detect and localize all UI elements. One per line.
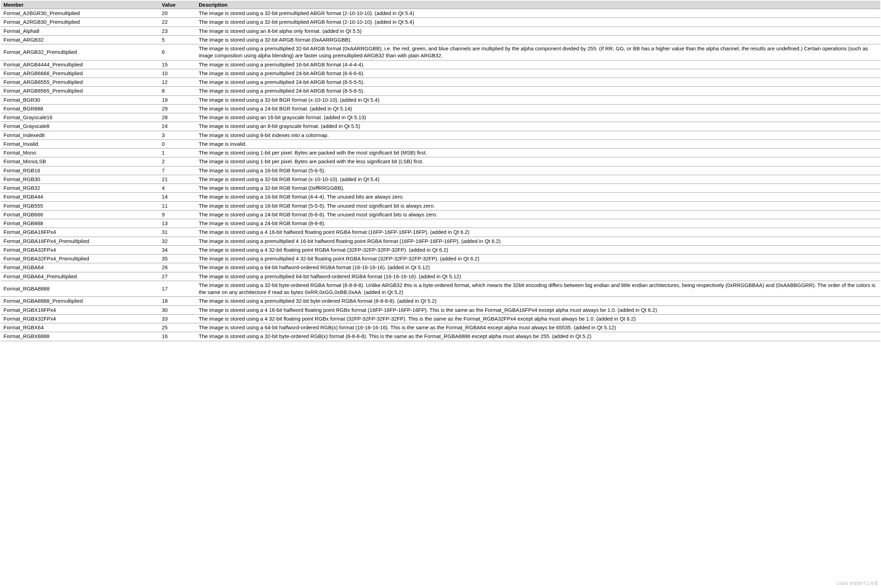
cell-value: 29 <box>159 104 196 113</box>
table-row: Format_ARGB325The image is stored using … <box>1 35 880 44</box>
cell-member: Format_RGBX64 <box>1 323 159 332</box>
cell-value: 10 <box>159 69 196 78</box>
cell-member: Format_RGBX32FPx4 <box>1 314 159 323</box>
table-row: Format_Mono1The image is stored using 1-… <box>1 148 880 158</box>
cell-member: Format_RGBA64_Premultiplied <box>1 272 159 281</box>
cell-value: 24 <box>159 122 196 131</box>
table-row: Format_RGBA888817The image is stored usi… <box>1 281 880 297</box>
cell-value: 18 <box>159 297 196 306</box>
cell-description: The image is stored using a 64-bit halfw… <box>196 263 880 272</box>
cell-value: 26 <box>159 263 196 272</box>
cell-value: 32 <box>159 237 196 245</box>
header-description: Description <box>196 1 880 9</box>
cell-description: The image is stored using an 8-bit grays… <box>196 122 880 131</box>
table-row: Format_BGR3019The image is stored using … <box>1 95 880 104</box>
cell-description: The image is stored using a 24-bit RGB f… <box>196 210 880 219</box>
cell-member: Format_RGB666 <box>1 210 159 219</box>
table-row: Format_RGBA6426The image is stored using… <box>1 263 880 272</box>
table-row: Format_RGBX6425The image is stored using… <box>1 323 880 332</box>
table-row: Format_Invalid0The image is invalid. <box>1 140 880 148</box>
cell-description: The image is stored using a 32-bit RGB f… <box>196 184 880 193</box>
cell-description: The image is stored using 8-bit indexes … <box>196 131 880 140</box>
table-row: Format_ARGB32_Premultiplied6The image is… <box>1 44 880 60</box>
table-row: Format_RGB44414The image is stored using… <box>1 193 880 201</box>
cell-description: The image is stored using a 4 32-bit flo… <box>196 245 880 254</box>
cell-description: The image is stored using a 4 16-bit hal… <box>196 306 880 314</box>
cell-member: Format_RGB30 <box>1 175 159 183</box>
header-member: Member <box>1 1 159 9</box>
cell-description: The image is stored using a 32-bit ARGB … <box>196 35 880 44</box>
cell-member: Format_Grayscale8 <box>1 122 159 131</box>
cell-member: Format_RGB32 <box>1 184 159 193</box>
cell-description: The image is stored using a 16-bit RGB f… <box>196 193 880 201</box>
cell-member: Format_ARGB6666_Premultiplied <box>1 69 159 78</box>
table-row: Format_ARGB8555_Premultiplied12The image… <box>1 78 880 87</box>
table-row: Format_Grayscale824The image is stored u… <box>1 122 880 131</box>
table-row: Format_RGB324The image is stored using a… <box>1 184 880 193</box>
cell-value: 25 <box>159 323 196 332</box>
cell-value: 23 <box>159 27 196 35</box>
cell-value: 22 <box>159 18 196 27</box>
cell-description: The image is stored using a premultiplie… <box>196 297 880 306</box>
cell-value: 11 <box>159 201 196 210</box>
cell-member: Format_RGB555 <box>1 201 159 210</box>
cell-description: The image is stored using a 32-bit RGB f… <box>196 175 880 183</box>
table-row: Format_RGBA16FPx431The image is stored u… <box>1 228 880 237</box>
cell-value: 21 <box>159 175 196 183</box>
cell-value: 8 <box>159 87 196 95</box>
cell-description: The image is stored using a 24-bit RGB f… <box>196 219 880 228</box>
table-row: Format_RGB55511The image is stored using… <box>1 201 880 210</box>
cell-description: The image is stored using a premultiplie… <box>196 44 880 60</box>
cell-value: 14 <box>159 193 196 201</box>
cell-member: Format_Mono <box>1 148 159 158</box>
cell-value: 13 <box>159 219 196 228</box>
cell-description: The image is stored using a premultiplie… <box>196 237 880 245</box>
cell-description: The image is stored using 1-bit per pixe… <box>196 158 880 166</box>
cell-value: 31 <box>159 228 196 237</box>
cell-description: The image is stored using a premultiplie… <box>196 87 880 95</box>
cell-member: Format_RGBA8888 <box>1 281 159 297</box>
cell-description: The image is stored using a 32-bit byte-… <box>196 332 880 341</box>
cell-value: 30 <box>159 306 196 314</box>
table-row: Format_A2RGB30_Premultiplied22The image … <box>1 18 880 27</box>
cell-member: Format_RGBX8888 <box>1 332 159 341</box>
cell-value: 6 <box>159 44 196 60</box>
table-header-row: Member Value Description <box>1 1 880 9</box>
cell-member: Format_RGB888 <box>1 219 159 228</box>
cell-description: The image is stored using a premultiplie… <box>196 255 880 263</box>
cell-description: The image is stored using a 32-bit premu… <box>196 9 880 18</box>
cell-value: 7 <box>159 166 196 175</box>
cell-description: The image is stored using a 32-bit byte-… <box>196 281 880 297</box>
cell-value: 9 <box>159 210 196 219</box>
cell-member: Format_BGR888 <box>1 104 159 113</box>
cell-member: Format_RGBA32FPx4_Premultiplied <box>1 255 159 263</box>
cell-member: Format_A2BGR30_Premultiplied <box>1 9 159 18</box>
cell-value: 4 <box>159 184 196 193</box>
cell-member: Format_BGR30 <box>1 95 159 104</box>
header-value: Value <box>159 1 196 9</box>
cell-description: The image is stored using a 16-bit RGB f… <box>196 201 880 210</box>
cell-member: Format_A2RGB30_Premultiplied <box>1 18 159 27</box>
table-row: Format_RGB6669The image is stored using … <box>1 210 880 219</box>
cell-member: Format_MonoLSB <box>1 158 159 166</box>
cell-value: 2 <box>159 158 196 166</box>
cell-member: Format_Grayscale16 <box>1 113 159 122</box>
cell-value: 16 <box>159 332 196 341</box>
cell-value: 33 <box>159 314 196 323</box>
cell-member: Format_ARGB4444_Premultiplied <box>1 60 159 69</box>
cell-member: Format_RGB16 <box>1 166 159 175</box>
table-row: Format_ARGB6666_Premultiplied10The image… <box>1 69 880 78</box>
table-row: Format_RGBA32FPx434The image is stored u… <box>1 245 880 254</box>
cell-description: The image is stored using a 32-bit BGR f… <box>196 95 880 104</box>
cell-description: The image is stored using a premultiplie… <box>196 78 880 87</box>
cell-description: The image is stored using an 16-bit gray… <box>196 113 880 122</box>
cell-description: The image is stored using a 24-bit BGR f… <box>196 104 880 113</box>
table-row: Format_RGBA64_Premultiplied27The image i… <box>1 272 880 281</box>
cell-description: The image is stored using a 4 16-bit hal… <box>196 228 880 237</box>
cell-value: 19 <box>159 95 196 104</box>
cell-member: Format_ARGB32 <box>1 35 159 44</box>
table-row: Format_RGB167The image is stored using a… <box>1 166 880 175</box>
cell-member: Format_ARGB8555_Premultiplied <box>1 78 159 87</box>
cell-member: Format_Invalid <box>1 140 159 148</box>
cell-value: 34 <box>159 245 196 254</box>
